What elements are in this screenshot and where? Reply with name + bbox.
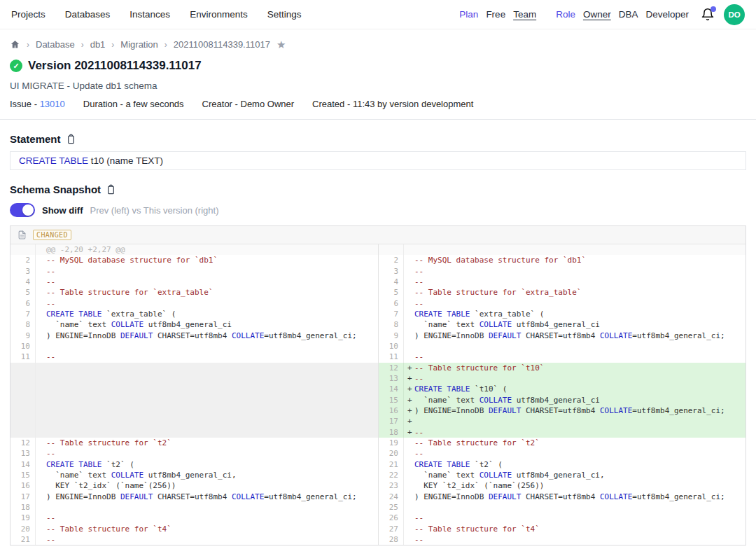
copy-icon[interactable] — [106, 184, 116, 195]
diff-line: 17+ — [379, 416, 746, 426]
breadcrumb-version[interactable]: 20211008114339.11017 — [174, 39, 270, 50]
diff-line: 18 — [10, 502, 378, 513]
diff-sign: + — [404, 416, 414, 426]
nav-item-databases[interactable]: Databases — [65, 9, 111, 20]
code-text: -- Table structure for `t4` — [414, 524, 540, 534]
schema-snapshot-heading: Schema Snapshot — [10, 183, 746, 195]
code-text: ) ENGINE=InnoDB DEFAULT CHARSET=utf8mb4 … — [414, 492, 725, 502]
diff-line: 5-- Table structure for `extra_table` — [10, 287, 378, 298]
role-option-dba[interactable]: DBA — [619, 9, 638, 20]
code-text: KEY `t2_idx` (`name`(256)) — [46, 480, 176, 491]
diff-hunk-row: @@ -2,20 +2,27 @@ — [10, 244, 378, 255]
home-icon[interactable] — [10, 39, 20, 50]
line-number: 26 — [379, 513, 404, 523]
line-number: 3 — [10, 266, 36, 277]
diff-sign — [404, 309, 414, 319]
diff-line: 17) ENGINE=InnoDB DEFAULT CHARSET=utf8mb… — [10, 492, 378, 502]
line-number — [10, 395, 36, 405]
code-text: -- Table structure for `t4` — [46, 524, 172, 534]
code-text: -- — [414, 534, 424, 545]
issue-label: Issue - — [10, 99, 37, 109]
diff-line: 8 `name` text COLLATE utf8mb4_general_ci — [379, 319, 746, 330]
avatar[interactable]: DO — [724, 4, 745, 25]
plan-option-team[interactable]: Team — [513, 9, 536, 20]
issue-link[interactable]: 13010 — [40, 99, 65, 109]
schema-diff-viewer: CHANGED @@ -2,20 +2,27 @@2-- MySQL datab… — [10, 225, 746, 545]
diff-gap-row — [10, 384, 378, 394]
diff-sign — [404, 298, 414, 309]
code-text: KEY `t2_idx` (`name`(256)) — [414, 480, 544, 491]
diff-line: 20-- — [379, 448, 746, 459]
diff-line: 22 `name` text COLLATE utf8mb4_general_c… — [379, 470, 746, 480]
code-text: -- — [414, 277, 424, 287]
diff-line: 11-- — [379, 352, 746, 362]
sql-rest: t10 (name TEXT) — [88, 155, 163, 166]
notifications-button[interactable] — [701, 8, 715, 22]
line-number: 25 — [379, 502, 404, 513]
diff-sign — [36, 534, 46, 545]
role-option-owner[interactable]: Owner — [583, 9, 611, 20]
file-icon — [18, 230, 27, 240]
diff-sign — [36, 287, 46, 298]
line-number: 4 — [379, 277, 404, 287]
diff-sign — [404, 448, 414, 459]
line-number: 17 — [10, 492, 36, 502]
plan-label: Plan — [459, 9, 478, 20]
breadcrumb-db1[interactable]: db1 — [90, 39, 106, 50]
code-text: -- — [414, 513, 424, 523]
nav-item-instances[interactable]: Instances — [130, 9, 170, 20]
diff-pane-current: 2-- MySQL database structure for `db1`3-… — [378, 244, 746, 545]
line-number: 13 — [379, 373, 404, 384]
copy-icon[interactable] — [66, 134, 76, 145]
code-text: -- MySQL database structure for `db1` — [46, 255, 218, 265]
star-icon[interactable]: ★ — [276, 39, 286, 50]
code-text: -- — [46, 298, 55, 309]
line-number — [10, 363, 36, 373]
issue-meta: Issue - 13010 — [10, 99, 65, 109]
diff-sign — [36, 502, 46, 513]
code-text: `name` text COLLATE utf8mb4_general_ci, — [46, 470, 237, 480]
diff-sign — [36, 524, 46, 534]
diff-sign — [36, 438, 46, 448]
diff-sign — [36, 266, 46, 277]
statement-sql: CREATE TABLE t10 (name TEXT) — [10, 151, 746, 170]
code-text: CREATE TABLE `t2` ( — [414, 459, 503, 470]
line-number: 14 — [10, 459, 36, 470]
diff-line: 28-- — [379, 534, 746, 545]
diff-hint: Prev (left) vs This version (right) — [90, 205, 219, 216]
show-diff-toggle[interactable] — [10, 203, 35, 217]
nav-item-settings[interactable]: Settings — [267, 9, 302, 20]
diff-gap-row — [10, 363, 378, 373]
diff-line: 4-- — [379, 277, 746, 287]
diff-line: 15+ `name` text COLLATE utf8mb4_general_… — [379, 395, 746, 405]
breadcrumb-separator: › — [27, 40, 29, 50]
code-text: CREATE TABLE `t10` ( — [414, 384, 507, 394]
diff-sign — [36, 384, 46, 394]
schema-snapshot-heading-label: Schema Snapshot — [10, 183, 101, 195]
role-option-developer[interactable]: Developer — [645, 9, 689, 20]
plan-option-free[interactable]: Free — [486, 9, 505, 20]
diff-sign: + — [404, 395, 414, 405]
diff-line: 13-- — [10, 448, 378, 459]
line-number: 20 — [379, 448, 404, 459]
diff-line: 13+-- — [379, 373, 746, 384]
diff-gap-row — [10, 427, 378, 438]
diff-sign — [36, 255, 46, 265]
breadcrumb-migration[interactable]: Migration — [120, 39, 158, 50]
line-number — [10, 416, 36, 426]
line-number: 27 — [379, 524, 404, 534]
code-text: -- — [46, 277, 55, 287]
nav-item-projects[interactable]: Projects — [11, 9, 46, 20]
code-text: ) ENGINE=InnoDB DEFAULT CHARSET=utf8mb4 … — [414, 331, 725, 341]
diff-gap-row — [10, 395, 378, 405]
diff-sign — [36, 341, 46, 352]
page-title: Version 20211008114339.11017 — [28, 59, 202, 73]
role-label: Role — [556, 9, 575, 20]
nav-item-environments[interactable]: Environments — [190, 9, 248, 20]
statement-heading: Statement — [10, 133, 746, 145]
code-text: -- — [414, 352, 424, 362]
diff-sign — [404, 331, 414, 341]
breadcrumb-database[interactable]: Database — [36, 39, 75, 50]
diff-line: 9) ENGINE=InnoDB DEFAULT CHARSET=utf8mb4… — [379, 331, 746, 341]
code-text: ) ENGINE=InnoDB DEFAULT CHARSET=utf8mb4 … — [414, 405, 725, 416]
